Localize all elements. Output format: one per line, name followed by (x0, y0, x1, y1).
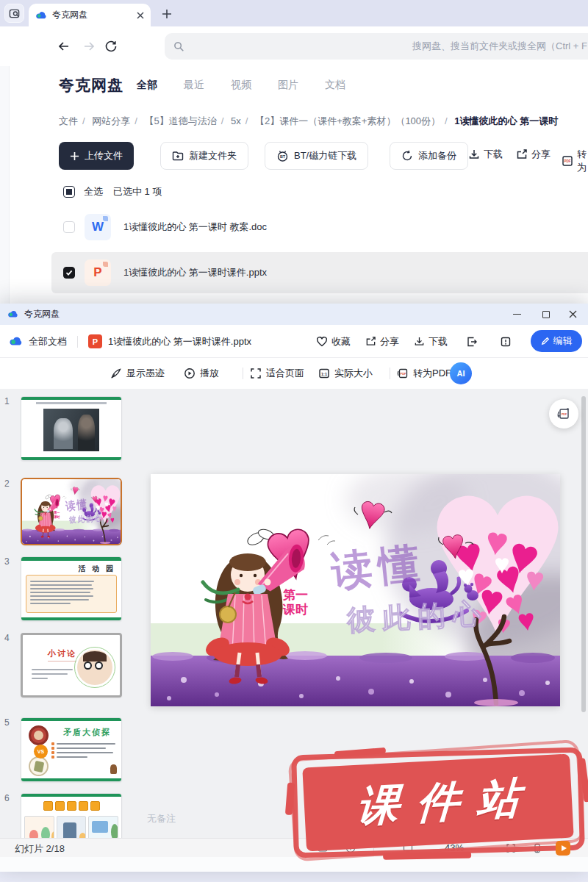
tab-recent[interactable]: 最近 (184, 79, 204, 92)
slide-thumbnail-2-selected[interactable] (21, 478, 122, 545)
add-backup-button[interactable]: 添加备份 (390, 142, 468, 170)
file-name[interactable]: 1读懂彼此的心 第一课时 教案.doc (123, 220, 267, 234)
file-checkbox-checked[interactable] (63, 267, 75, 279)
download-action[interactable]: 下载 (468, 148, 503, 161)
file-checkbox[interactable] (63, 221, 75, 233)
slide-green-bar (21, 794, 121, 797)
slide-thumbnail-1[interactable] (21, 396, 122, 461)
crumb-files[interactable]: 文件 (59, 115, 78, 126)
export-button[interactable] (466, 331, 478, 352)
all-docs-link[interactable]: 全部文档 (29, 335, 67, 348)
tab-doc[interactable]: 文档 (325, 79, 345, 92)
slide-green-bar (21, 457, 121, 460)
window-title-bar[interactable]: 夸克网盘 (0, 304, 588, 325)
heart-icon (316, 336, 328, 348)
thumbnail-scrollbar[interactable] (581, 396, 586, 712)
thumb-number: 4 (4, 633, 16, 643)
thumb-number: 5 (4, 717, 16, 728)
ai-assistant-button[interactable]: AI (450, 362, 472, 384)
browser-tab[interactable]: 夸克网盘 (29, 4, 151, 26)
actual-size-label: 实际大小 (334, 367, 373, 380)
maximize-button[interactable] (535, 304, 557, 325)
crumb-share[interactable]: 网站分享 (92, 115, 130, 126)
export-icon (466, 336, 478, 348)
download-icon (414, 336, 425, 347)
download-label: 下载 (484, 148, 503, 161)
share-label: 分享 (531, 148, 551, 161)
edit-button[interactable]: 编辑 (531, 330, 582, 352)
show-ink-label: 显示墨迹 (126, 367, 165, 380)
window-bottom-strip (0, 857, 588, 872)
search-input[interactable]: 搜网盘、搜当前文件夹或搜全网（Ctrl + F） (165, 33, 588, 60)
present-play-button[interactable] (556, 841, 570, 856)
minimize-button[interactable] (506, 304, 528, 325)
file-name[interactable]: 1读懂彼此的心 第一课时课件.pptx (123, 266, 267, 279)
show-ink-toggle[interactable]: 显示墨迹 (110, 365, 165, 381)
select-all-checkbox[interactable] (63, 186, 75, 198)
svg-text:BT: BT (280, 154, 286, 159)
sync-icon (401, 150, 413, 162)
crumb-subject[interactable]: 【5】道德与法治 (145, 115, 217, 126)
forward-icon[interactable] (82, 40, 96, 53)
favorite-button[interactable]: 收藏 (316, 331, 351, 352)
file-row[interactable]: P 1读懂彼此的心 第一课时课件.pptx (0, 252, 588, 293)
play-button[interactable]: 播放 (184, 365, 219, 381)
actual-size-button[interactable]: 1:1 实际大小 (318, 365, 373, 381)
tab-close-icon[interactable] (137, 12, 144, 19)
select-all-label[interactable]: 全选 (84, 185, 103, 198)
slide-art: 读懂 彼此的心 第一 课时 (151, 474, 560, 706)
file-row[interactable]: W 1读懂彼此的心 第一课时 教案.doc (0, 207, 588, 248)
tab-search-icon (9, 8, 20, 19)
thumb-number: 6 (4, 793, 16, 803)
pdf-icon: PDF (562, 155, 573, 167)
tab-image[interactable]: 图片 (278, 79, 298, 92)
convert-action[interactable]: PDF 转为 (562, 148, 588, 174)
close-button[interactable] (562, 304, 584, 325)
svg-text:1:1: 1:1 (321, 372, 327, 376)
slide-thumbnail-art (22, 479, 121, 544)
share-button[interactable]: 分享 (365, 331, 399, 352)
fit-page-label: 适合页面 (266, 367, 304, 380)
add-backup-label: 添加备份 (418, 149, 456, 162)
feedback-button[interactable] (500, 331, 512, 352)
slide-canvas[interactable]: 读懂 彼此的心 第一 课时 (151, 474, 560, 706)
tab-title: 夸克网盘 (52, 9, 132, 21)
refresh-icon[interactable] (104, 40, 118, 53)
stamp-pad: 课件站 (302, 754, 573, 852)
slide-thumbnail-3[interactable]: 活 动 园 (21, 556, 122, 621)
crumb-sep: / (445, 115, 448, 126)
slide-thumbnail-6[interactable] (21, 793, 122, 838)
bt-download-button[interactable]: BT BT/磁力链下载 (265, 142, 368, 170)
new-folder-label: 新建文件夹 (189, 149, 237, 162)
selection-row: 全选 已选中 1 项 (0, 184, 162, 200)
slide-thumbnail-5[interactable]: VS 矛盾大侦探 (21, 717, 122, 782)
cartoon-child (104, 597, 115, 612)
browser-tab-bar: 夸克网盘 (0, 0, 588, 26)
quill-icon (110, 368, 122, 379)
tab-all[interactable]: 全部 (137, 79, 157, 92)
share-icon (365, 336, 376, 347)
to-pdf-button[interactable]: PDF 转为PDF (397, 365, 451, 381)
document-toolbar: 全部文档 P 1读懂彼此的心 第一课时课件.pptx 收藏 分享 下载 (0, 325, 588, 358)
download-button[interactable]: 下载 (414, 331, 448, 352)
divider (77, 336, 78, 348)
fit-page-button[interactable]: 适合页面 (250, 365, 304, 381)
slide-thumbnail-4[interactable]: 小讨论 (21, 633, 122, 698)
download-icon (468, 148, 480, 160)
stamp-text: 课件站 (337, 769, 539, 836)
upload-button[interactable]: 上传文件 (59, 142, 134, 170)
selected-count: 已选中 1 项 (113, 185, 162, 198)
doc-toolbar-left: 全部文档 P 1读懂彼此的心 第一课时课件.pptx (9, 325, 251, 358)
new-tab-button[interactable] (157, 6, 176, 22)
convert-pdf-float-button[interactable]: PDF (549, 399, 578, 429)
crumb-courseware[interactable]: 【2】课件一（课件+教案+素材）（100份） (255, 115, 440, 126)
back-icon[interactable] (57, 40, 71, 53)
fit-page-icon (250, 368, 262, 379)
share-action[interactable]: 分享 (516, 148, 551, 161)
download-label: 下载 (429, 335, 448, 348)
tab-search-button[interactable] (4, 4, 24, 23)
avatar-circle (29, 725, 49, 745)
new-folder-button[interactable]: 新建文件夹 (160, 142, 248, 170)
tab-video[interactable]: 视频 (231, 79, 251, 92)
crumb-grade[interactable]: 5x (231, 115, 241, 126)
